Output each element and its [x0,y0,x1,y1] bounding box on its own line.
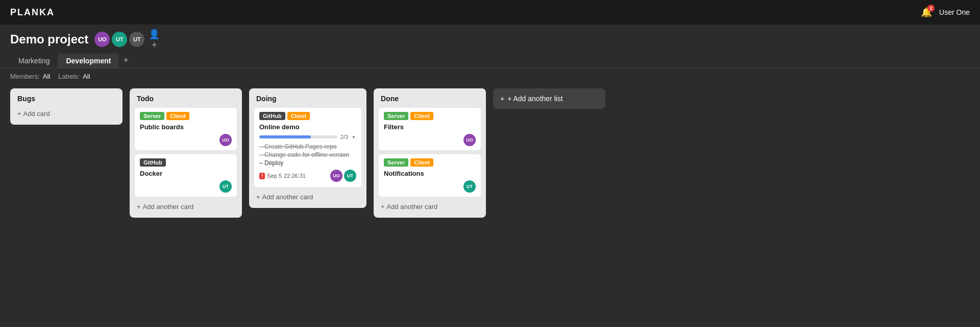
members-filter-label: Members: [10,73,40,80]
label-github: GitHub [140,158,166,167]
card-notifications-labels: Server Client [384,158,476,167]
card-public-boards-labels: Server Client [140,112,232,120]
list-todo: Todo Server Client Public boards UO GitH… [130,88,242,218]
add-card-bugs-icon: + [17,110,21,118]
tabs-row: Marketing Development + [10,51,970,68]
add-card-bugs-label: Add card [23,110,50,118]
board: Bugs + Add card Todo Server Client Publi… [0,84,980,319]
add-card-doing-button[interactable]: + Add another card [254,191,361,203]
label-server: Server [140,112,164,120]
checklist-item-2: – Change code for offline version [259,151,356,158]
card-filters[interactable]: Server Client Filters UO [379,108,481,150]
list-done-title: Done [379,94,481,104]
checklist-item-3: – Deploy [259,159,356,167]
avatar-group: UO UT UT 👤+ [94,32,162,47]
label-github-doing: GitHub [259,112,285,120]
card-docker-labels: GitHub [140,158,232,167]
card-filters-footer: UO [384,134,476,146]
card-docker-footer: UT [140,180,232,193]
due-date-text: Sep 5 [267,173,282,179]
label-client-done1: Client [410,112,433,120]
notification-bell[interactable]: 🔔 2 [921,7,932,18]
list-done: Done Server Client Filters UO Server Cli… [374,88,486,218]
card-docker[interactable]: GitHub Docker UT [135,154,237,197]
card-filters-avatar: UO [463,134,476,146]
header-right: 🔔 2 User One [921,7,970,18]
project-title: Demo project [10,32,88,46]
add-card-todo-button[interactable]: + Add another card [135,201,237,213]
progress-text: 2/3 [340,134,348,140]
card-public-boards-footer: UO [140,134,232,146]
doing-card-footer: ! Sep 5 22:26:31 UO UT [259,170,356,182]
progress-bar-fill [259,135,311,138]
tab-marketing[interactable]: Marketing [10,54,58,68]
due-date: ! Sep 5 22:26:31 [259,173,306,179]
project-header: Demo project UO UT UT 👤+ Marketing Devel… [0,25,980,68]
add-card-todo-label: Add another card [143,203,194,211]
list-bugs: Bugs + Add card [10,88,122,125]
card-public-boards-title: Public boards [140,123,232,131]
tab-development[interactable]: Development [58,54,119,68]
card-notifications-title: Notifications [384,170,476,177]
label-client-doing: Client [287,112,310,120]
add-card-todo-icon: + [137,203,141,211]
notification-badge: 2 [927,5,935,12]
due-time-text: 22:26:31 [284,173,306,179]
members-filter-value[interactable]: All [43,73,50,80]
card-public-boards-avatar: UO [219,134,232,146]
add-card-done-label: Add another card [387,203,438,211]
labels-filter-label: Labels: [58,73,80,80]
add-list-icon: + [500,95,504,103]
doing-avatar-uo: UO [330,170,342,182]
card-online-demo-labels: GitHub Client [259,112,356,120]
app-header: PLANKA 🔔 2 User One [0,0,980,25]
due-badge: ! [259,173,265,179]
progress-row: 2/3 ▼ [259,134,356,140]
avatar-ut-green[interactable]: UT [112,32,127,47]
avatar-uo[interactable]: UO [94,32,110,47]
labels-filter: Labels: All [58,73,90,80]
add-list-button[interactable]: + + Add another list [493,88,605,109]
add-card-doing-label: Add another card [262,193,313,201]
list-doing: Doing ✏️ GitHub Client Online demo 2/3 ▼… [249,88,366,208]
card-docker-title: Docker [140,170,232,177]
add-card-bugs-button[interactable]: + Add card [15,108,117,120]
card-online-demo[interactable]: ✏️ GitHub Client Online demo 2/3 ▼ – Cre… [254,108,361,187]
list-doing-title: Doing [254,94,361,104]
members-filter: Members: All [10,73,50,80]
card-docker-avatar: UT [219,180,232,193]
doing-avatar-ut: UT [344,170,356,182]
list-bugs-title: Bugs [15,94,117,104]
card-public-boards[interactable]: Server Client Public boards UO [135,108,237,150]
filters-bar: Members: All Labels: All [0,68,980,84]
label-client-done2: Client [410,158,433,167]
doing-avatars: UO UT [330,170,356,182]
label-server-done2: Server [384,158,408,167]
card-online-demo-title: Online demo [259,123,356,131]
project-title-row: Demo project UO UT UT 👤+ [10,32,970,47]
progress-bar-container [259,135,337,138]
label-client: Client [166,112,189,120]
checklist-item-1: – Create GitHub Pages repo [259,143,356,150]
card-filters-title: Filters [384,123,476,131]
add-member-button[interactable]: 👤+ [146,32,162,47]
add-member-icon: 👤+ [146,29,162,51]
add-list-label: + Add another list [507,95,563,103]
card-notifications[interactable]: Server Client Notifications UT [379,154,481,197]
card-notifications-avatar: UT [463,180,476,193]
card-notifications-footer: UT [384,180,476,193]
app-logo: PLANKA [10,7,55,18]
progress-chevron: ▼ [351,134,356,140]
add-card-done-button[interactable]: + Add another card [379,201,481,213]
labels-filter-value[interactable]: All [83,73,90,80]
add-card-doing-icon: + [256,193,260,201]
add-card-done-icon: + [381,203,385,211]
card-filters-labels: Server Client [384,112,476,120]
avatar-ut-grey[interactable]: UT [129,32,144,47]
list-todo-title: Todo [135,94,237,104]
user-name: User One [939,8,970,16]
label-server-done1: Server [384,112,408,120]
tab-add-button[interactable]: + [119,53,133,68]
